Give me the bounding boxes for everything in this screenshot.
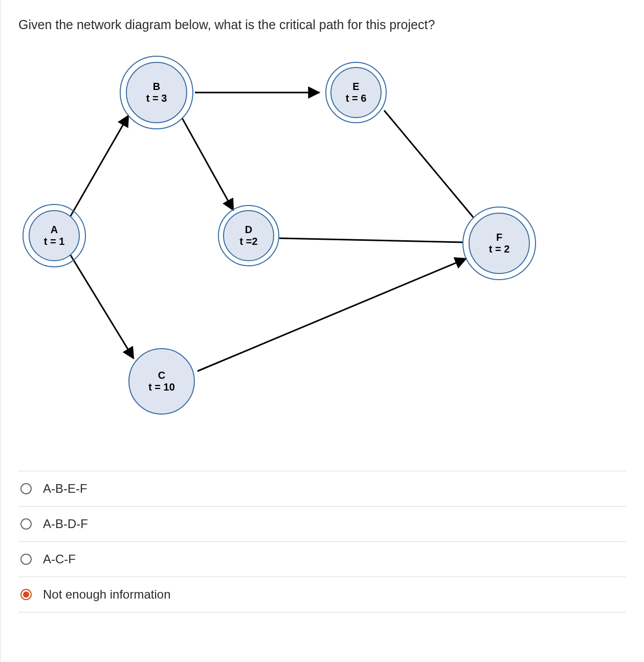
node-F-label: F (470, 232, 529, 243)
edge-C-F (197, 259, 466, 371)
node-C-label: C (129, 370, 194, 381)
edge-A-C (70, 254, 134, 358)
radio-icon[interactable] (20, 589, 32, 600)
option-0[interactable]: A-B-E-F (18, 471, 626, 506)
option-label: A-C-F (43, 552, 76, 566)
node-F: F t = 2 (469, 213, 530, 274)
radio-icon[interactable] (20, 554, 32, 565)
node-D-t: t =2 (224, 236, 273, 247)
network-diagram: A t = 1 B t = 3 C t = 10 D t =2 E t = 6 … (18, 49, 581, 443)
option-label: Not enough information (43, 587, 171, 602)
question-text: Given the network diagram below, what is… (18, 15, 626, 34)
node-C-t: t = 10 (129, 381, 194, 393)
node-E: E t = 6 (330, 67, 382, 118)
node-F-t: t = 2 (470, 243, 529, 255)
node-E-t: t = 6 (331, 93, 381, 104)
node-C: C t = 10 (128, 348, 195, 415)
node-B-label: B (127, 81, 186, 93)
node-A-t: t = 1 (30, 236, 79, 247)
option-3[interactable]: Not enough information (18, 577, 626, 612)
node-E-label: E (331, 81, 381, 93)
option-1[interactable]: A-B-D-F (18, 506, 626, 541)
node-A: A t = 1 (29, 210, 80, 261)
radio-icon[interactable] (20, 518, 32, 530)
node-A-label: A (30, 224, 79, 236)
node-D: D t =2 (223, 210, 274, 261)
node-B: B t = 3 (126, 62, 187, 123)
option-2[interactable]: A-C-F (18, 541, 626, 577)
option-label: A-B-D-F (43, 517, 88, 531)
radio-icon[interactable] (20, 483, 32, 494)
answer-options: A-B-E-F A-B-D-F A-C-F Not enough informa… (18, 471, 626, 612)
edge-A-B (70, 116, 128, 218)
edge-B-D (182, 118, 233, 210)
edge-D-F (279, 238, 463, 242)
quiz-question-container: Given the network diagram below, what is… (0, 0, 644, 662)
option-label: A-B-E-F (43, 482, 87, 496)
node-B-t: t = 3 (127, 93, 186, 104)
node-D-label: D (224, 224, 273, 236)
edge-E-F (384, 110, 474, 218)
